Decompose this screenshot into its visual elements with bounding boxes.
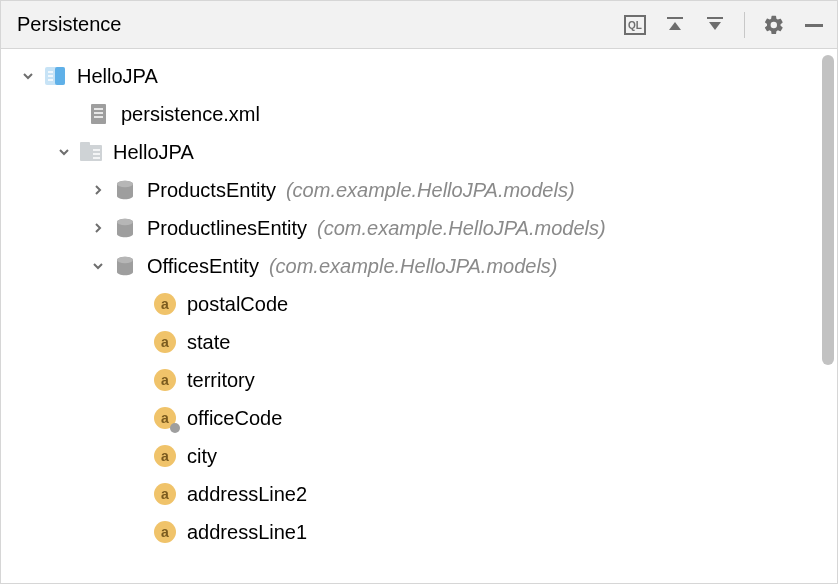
expand-all-button[interactable] (662, 12, 688, 38)
attribute-icon: a (153, 368, 177, 392)
attribute-icon: a (153, 444, 177, 468)
svg-rect-17 (80, 142, 90, 147)
caret-expanded-icon[interactable] (89, 260, 107, 272)
persistence-panel: Persistence QL (0, 0, 838, 584)
tree-node-label: HelloJPA (113, 141, 194, 164)
module-icon (43, 64, 67, 88)
svg-rect-12 (91, 104, 106, 124)
svg-point-24 (117, 219, 133, 225)
tree-node-attribute[interactable]: aterritory (1, 361, 819, 399)
entity-icon (113, 254, 137, 278)
attribute-icon: a (153, 330, 177, 354)
panel-title: Persistence (17, 13, 622, 36)
caret-collapsed-icon[interactable] (89, 184, 107, 196)
tree-node-label: OfficesEntity (147, 255, 259, 278)
tree-node-label: officeCode (187, 407, 282, 430)
tree-node-attribute[interactable]: aofficeCode (1, 399, 819, 437)
tree-node-label: HelloJPA (77, 65, 158, 88)
svg-point-26 (117, 257, 133, 263)
caret-expanded-icon[interactable] (19, 70, 37, 82)
tree-node-label: ProductlinesEntity (147, 217, 307, 240)
svg-rect-6 (805, 24, 823, 27)
caret-collapsed-icon[interactable] (89, 222, 107, 234)
attribute-icon: a (153, 292, 177, 316)
file-icon (87, 102, 111, 126)
tree-node-label: addressLine2 (187, 483, 307, 506)
panel-header: Persistence QL (1, 1, 837, 49)
tree-view[interactable]: HelloJPA persistence.xml (1, 49, 819, 583)
tree-node-attribute[interactable]: astate (1, 323, 819, 361)
folder-icon (79, 140, 103, 164)
tree-node-package: (com.example.HelloJPA.models) (269, 255, 558, 278)
tree-node-entity[interactable]: ProductsEntity(com.example.HelloJPA.mode… (1, 171, 819, 209)
panel-body: HelloJPA persistence.xml (1, 49, 837, 583)
tree-node-label: ProductsEntity (147, 179, 276, 202)
minimize-button[interactable] (801, 12, 827, 38)
tree-node-label: addressLine1 (187, 521, 307, 544)
tree-node-package: (com.example.HelloJPA.models) (317, 217, 606, 240)
attribute-key-icon: a (153, 406, 177, 430)
tree-node-attribute[interactable]: aaddressLine2 (1, 475, 819, 513)
tree-node-label: territory (187, 369, 255, 392)
tree-node-label: persistence.xml (121, 103, 260, 126)
settings-button[interactable] (761, 12, 787, 38)
caret-expanded-icon[interactable] (55, 146, 73, 158)
ql-console-button[interactable]: QL (622, 12, 648, 38)
tree-node-label: city (187, 445, 217, 468)
tree-node-project[interactable]: HelloJPA (1, 57, 819, 95)
attribute-icon: a (153, 520, 177, 544)
collapse-all-button[interactable] (702, 12, 728, 38)
attribute-icon: a (153, 482, 177, 506)
toolbar: QL (622, 12, 827, 38)
toolbar-divider (744, 12, 745, 38)
scrollbar-track[interactable] (819, 49, 837, 583)
tree-node-entity[interactable]: ProductlinesEntity(com.example.HelloJPA.… (1, 209, 819, 247)
entities-container: ProductsEntity(com.example.HelloJPA.mode… (1, 171, 819, 551)
tree-node-entity[interactable]: OfficesEntity(com.example.HelloJPA.model… (1, 247, 819, 285)
entity-icon (113, 178, 137, 202)
tree-node-package: (com.example.HelloJPA.models) (286, 179, 575, 202)
svg-marker-5 (709, 22, 721, 30)
entity-icon (113, 216, 137, 240)
svg-text:QL: QL (628, 20, 642, 31)
scrollbar-thumb[interactable] (822, 55, 834, 365)
svg-rect-8 (55, 67, 65, 85)
svg-point-22 (117, 181, 133, 187)
tree-node-label: postalCode (187, 293, 288, 316)
svg-marker-3 (669, 22, 681, 30)
tree-node-attribute[interactable]: apostalCode (1, 285, 819, 323)
tree-node-attribute[interactable]: acity (1, 437, 819, 475)
tree-node-label: state (187, 331, 230, 354)
tree-node-file[interactable]: persistence.xml (1, 95, 819, 133)
tree-node-attribute[interactable]: aaddressLine1 (1, 513, 819, 551)
tree-node-unit[interactable]: HelloJPA (1, 133, 819, 171)
